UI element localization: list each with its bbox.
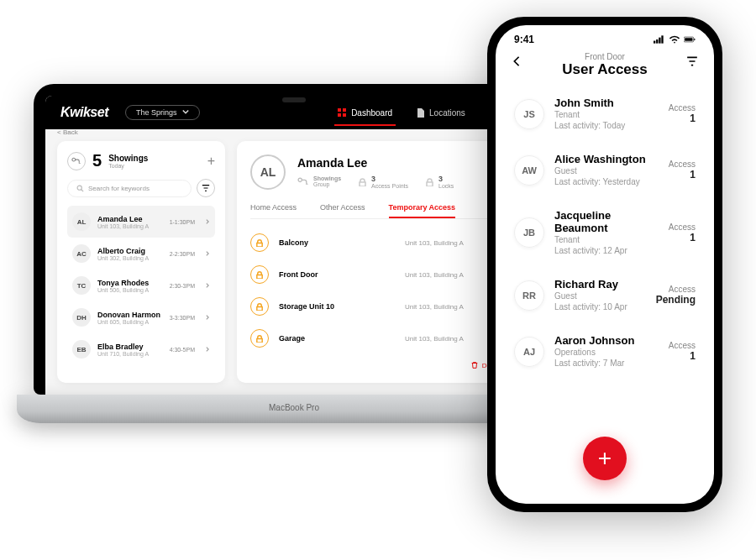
location-selector[interactable]: The Springs — [125, 105, 200, 120]
access-value: Pending — [656, 294, 696, 306]
user-avatar: JB — [514, 217, 544, 248]
tab-temporary-access[interactable]: Temporary Access — [389, 203, 456, 218]
lock-icon-circle — [250, 265, 269, 284]
lock-icon — [255, 270, 264, 279]
showing-row[interactable]: EBElba BradleyUnit 710, Building A4:30-5… — [67, 333, 215, 365]
user-row[interactable]: JSJohn SmithTenantLast activity: TodayAc… — [511, 88, 699, 139]
back-button[interactable] — [511, 55, 522, 71]
user-row[interactable]: AJAaron JohnsonOperationsLast activity: … — [511, 326, 699, 377]
lock-name: Garage — [279, 334, 405, 343]
user-role: Guest — [554, 165, 659, 176]
showing-row[interactable]: ALAmanda LeeUnit 103, Building A1-1:30PM — [67, 206, 215, 238]
user-activity: Last activity: 10 Apr — [554, 301, 646, 312]
profile-avatar: AL — [250, 154, 286, 190]
access-label: Access — [669, 103, 696, 113]
lock-name: Front Door — [279, 270, 405, 279]
showing-time: 4:30-5PM — [170, 347, 195, 353]
battery-icon — [684, 34, 696, 44]
lock-location: Unit 103, Building A — [405, 335, 464, 343]
chevron-right-icon — [205, 219, 210, 224]
user-activity: Last activity: Today — [554, 120, 659, 131]
stat-access-points: 3Access Points — [358, 175, 408, 189]
laptop-device: Kwikset The Springs Dashboard Locations … — [34, 84, 554, 437]
lock-icon — [255, 334, 264, 343]
avatar: DH — [72, 308, 91, 327]
grid-icon — [338, 108, 347, 118]
nav-locations[interactable]: Locations — [412, 98, 469, 128]
showing-detail: Unit 605, Building A — [97, 319, 163, 325]
chevron-right-icon — [205, 347, 210, 352]
access-label: Access — [656, 285, 696, 294]
showing-row[interactable]: TCTonya RhodesUnit 506, Building A2:30-3… — [67, 270, 215, 301]
access-value: 1 — [669, 169, 696, 181]
showing-row[interactable]: ACAlberto CraigUnit 302, Building A2-2:3… — [67, 238, 215, 270]
lock-row[interactable]: Storage Unit 10Unit 103, Building A — [250, 291, 517, 322]
location-selector-label: The Springs — [136, 108, 177, 117]
svg-rect-14 — [694, 39, 695, 40]
user-name: Richard Ray — [554, 278, 646, 290]
add-showing-button[interactable]: + — [207, 154, 215, 169]
filter-icon — [202, 184, 210, 192]
showing-name: Amanda Lee — [97, 215, 163, 223]
showing-time: 1-1:30PM — [170, 219, 195, 225]
showing-name: Donovan Harmon — [97, 311, 163, 319]
brand-logo: Kwikset — [60, 105, 108, 120]
showing-time: 3-3:30PM — [170, 315, 195, 321]
showings-icon — [67, 152, 86, 170]
lock-name: Balcony — [279, 238, 405, 247]
trash-icon — [470, 361, 479, 369]
lock-icon — [358, 177, 367, 186]
document-icon — [416, 108, 425, 118]
showing-detail: Unit 103, Building A — [97, 223, 163, 229]
search-input[interactable]: Search for keywords — [67, 180, 192, 197]
user-row[interactable]: AWAlice WashingtonGuestLast activity: Ye… — [511, 144, 699, 196]
tab-other-access[interactable]: Other Access — [320, 203, 365, 218]
user-name: Alice Washington — [554, 153, 659, 165]
showings-count: 5 — [92, 151, 102, 170]
showing-name: Alberto Craig — [97, 247, 163, 255]
tab-home-access[interactable]: Home Access — [250, 203, 297, 218]
access-value: 1 — [669, 113, 696, 124]
chevron-right-icon — [205, 251, 210, 256]
showing-time: 2-2:30PM — [170, 251, 195, 257]
access-label: Access — [669, 160, 696, 169]
search-placeholder: Search for keywords — [88, 185, 150, 192]
user-name: Jacqueline Beaumont — [554, 209, 659, 234]
lock-location: Unit 103, Building A — [405, 239, 464, 247]
lock-icon-circle — [250, 233, 269, 252]
stat-showings: ShowingsGroup — [297, 175, 341, 187]
user-row[interactable]: JBJacqueline BeaumontTenantLast activity… — [511, 201, 699, 264]
add-user-fab[interactable]: + — [583, 437, 627, 480]
showing-row[interactable]: DHDonovan HarmonUnit 605, Building A3-3:… — [67, 301, 215, 333]
user-role: Tenant — [554, 109, 659, 120]
lock-icon-circle — [250, 297, 269, 316]
svg-rect-11 — [661, 35, 663, 43]
avatar: AC — [72, 244, 91, 263]
status-time: 9:41 — [514, 34, 534, 45]
svg-rect-10 — [659, 38, 660, 44]
chevron-right-icon — [205, 283, 210, 288]
showings-sub: Today — [108, 163, 148, 169]
showing-detail: Unit 506, Building A — [97, 287, 163, 293]
filter-button[interactable] — [197, 179, 215, 197]
user-role: Operations — [554, 347, 659, 358]
showings-label: Showings — [108, 154, 148, 163]
showings-panel: 5 Showings Today + Search for keywords — [57, 141, 225, 383]
user-row[interactable]: RRRichard RayGuestLast activity: 10 AprA… — [511, 270, 699, 321]
nav-dashboard[interactable]: Dashboard — [334, 98, 396, 128]
user-avatar: AJ — [514, 337, 544, 367]
user-avatar: JS — [514, 99, 544, 129]
header-subtitle: Front Door — [496, 52, 714, 61]
svg-rect-9 — [656, 39, 658, 44]
phone-status-bar: 9:41 — [496, 25, 714, 49]
lock-row[interactable]: BalconyUnit 103, Building A — [250, 228, 517, 258]
lock-row[interactable]: GarageUnit 103, Building A — [250, 323, 517, 353]
back-link[interactable]: < Back — [57, 128, 78, 136]
access-label: Access — [669, 222, 696, 232]
phone-device: 9:41 Front Door User Access JSJohn Smith… — [487, 17, 722, 512]
phone-header: Front Door User Access — [496, 49, 714, 88]
showing-name: Tonya Rhodes — [97, 279, 163, 287]
svg-rect-13 — [685, 38, 692, 41]
lock-row[interactable]: Front DoorUnit 103, Building A — [250, 259, 517, 290]
filter-button[interactable] — [685, 55, 699, 71]
